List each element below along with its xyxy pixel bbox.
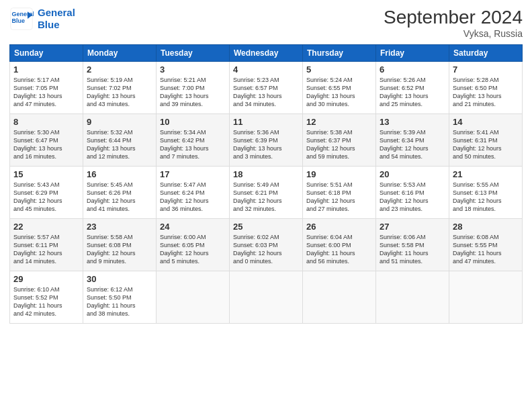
day-number: 1	[13, 64, 79, 75]
day-info: Sunrise: 5:55 AM Sunset: 6:13 PM Dayligh…	[453, 181, 519, 214]
calendar-day: 21Sunrise: 5:55 AM Sunset: 6:13 PM Dayli…	[449, 167, 523, 219]
calendar-day: 11Sunrise: 5:36 AM Sunset: 6:39 PM Dayli…	[230, 114, 303, 167]
day-info: Sunrise: 5:53 AM Sunset: 6:16 PM Dayligh…	[380, 181, 445, 214]
day-info: Sunrise: 5:26 AM Sunset: 6:52 PM Dayligh…	[380, 76, 445, 109]
day-info: Sunrise: 6:10 AM Sunset: 5:52 PM Dayligh…	[13, 285, 79, 318]
day-number: 22	[13, 222, 79, 232]
day-info: Sunrise: 5:17 AM Sunset: 7:05 PM Dayligh…	[13, 76, 79, 109]
calendar-day: 7Sunrise: 5:28 AM Sunset: 6:50 PM Daylig…	[449, 62, 523, 114]
calendar-day: 25Sunrise: 6:02 AM Sunset: 6:03 PM Dayli…	[230, 219, 303, 271]
calendar-day	[230, 271, 303, 324]
calendar-day: 2Sunrise: 5:19 AM Sunset: 7:02 PM Daylig…	[83, 62, 157, 114]
calendar-week-row: 15Sunrise: 5:43 AM Sunset: 6:29 PM Dayli…	[10, 167, 523, 219]
day-number: 8	[13, 117, 79, 127]
day-number: 3	[160, 64, 226, 75]
calendar-week-row: 8Sunrise: 5:30 AM Sunset: 6:47 PM Daylig…	[10, 114, 523, 167]
day-info: Sunrise: 5:38 AM Sunset: 6:37 PM Dayligh…	[306, 128, 372, 161]
day-number: 12	[306, 117, 372, 127]
day-info: Sunrise: 5:19 AM Sunset: 7:02 PM Dayligh…	[87, 76, 152, 109]
calendar-body: 1Sunrise: 5:17 AM Sunset: 7:05 PM Daylig…	[10, 62, 523, 324]
col-saturday: Saturday	[449, 45, 523, 62]
calendar-day: 17Sunrise: 5:47 AM Sunset: 6:24 PM Dayli…	[157, 167, 230, 219]
day-number: 11	[233, 117, 299, 127]
day-number: 14	[453, 117, 519, 127]
calendar-week-row: 22Sunrise: 5:57 AM Sunset: 6:11 PM Dayli…	[10, 219, 523, 271]
calendar-day: 20Sunrise: 5:53 AM Sunset: 6:16 PM Dayli…	[376, 167, 449, 219]
calendar-day: 22Sunrise: 5:57 AM Sunset: 6:11 PM Dayli…	[10, 219, 83, 271]
title-block: September 2024 Vyksa, Russia	[384, 7, 523, 39]
calendar-day: 4Sunrise: 5:23 AM Sunset: 6:57 PM Daylig…	[230, 62, 303, 114]
calendar-day: 28Sunrise: 6:08 AM Sunset: 5:55 PM Dayli…	[449, 219, 523, 271]
day-number: 4	[233, 64, 299, 75]
svg-text:Blue: Blue	[12, 17, 26, 24]
day-info: Sunrise: 5:23 AM Sunset: 6:57 PM Dayligh…	[233, 76, 299, 109]
day-number: 2	[87, 64, 152, 75]
header: General Blue GeneralBlue September 2024 …	[9, 7, 523, 39]
day-info: Sunrise: 5:41 AM Sunset: 6:31 PM Dayligh…	[453, 128, 519, 161]
calendar-day: 3Sunrise: 5:21 AM Sunset: 7:00 PM Daylig…	[157, 62, 230, 114]
logo-text: GeneralBlue	[38, 7, 75, 31]
calendar-day: 10Sunrise: 5:34 AM Sunset: 6:42 PM Dayli…	[157, 114, 230, 167]
day-info: Sunrise: 5:32 AM Sunset: 6:44 PM Dayligh…	[87, 128, 152, 161]
calendar-day: 24Sunrise: 6:00 AM Sunset: 6:05 PM Dayli…	[157, 219, 230, 271]
calendar-week-row: 29Sunrise: 6:10 AM Sunset: 5:52 PM Dayli…	[10, 271, 523, 324]
day-number: 5	[306, 64, 372, 75]
month-title: September 2024	[384, 7, 523, 28]
calendar-day: 23Sunrise: 5:58 AM Sunset: 6:08 PM Dayli…	[83, 219, 157, 271]
day-info: Sunrise: 5:43 AM Sunset: 6:29 PM Dayligh…	[13, 181, 79, 214]
logo: General Blue GeneralBlue	[9, 7, 75, 31]
day-number: 24	[160, 222, 226, 232]
calendar-day: 26Sunrise: 6:04 AM Sunset: 6:00 PM Dayli…	[303, 219, 376, 271]
calendar-day: 15Sunrise: 5:43 AM Sunset: 6:29 PM Dayli…	[10, 167, 83, 219]
day-info: Sunrise: 5:45 AM Sunset: 6:26 PM Dayligh…	[87, 181, 152, 214]
day-number: 16	[87, 169, 152, 179]
day-info: Sunrise: 6:02 AM Sunset: 6:03 PM Dayligh…	[233, 233, 299, 266]
day-info: Sunrise: 5:57 AM Sunset: 6:11 PM Dayligh…	[13, 233, 79, 266]
day-number: 9	[87, 117, 152, 127]
day-info: Sunrise: 5:24 AM Sunset: 6:55 PM Dayligh…	[306, 76, 372, 109]
day-info: Sunrise: 5:49 AM Sunset: 6:21 PM Dayligh…	[233, 181, 299, 214]
day-number: 7	[453, 64, 519, 75]
calendar-day: 30Sunrise: 6:12 AM Sunset: 5:50 PM Dayli…	[83, 271, 157, 324]
calendar-day: 1Sunrise: 5:17 AM Sunset: 7:05 PM Daylig…	[10, 62, 83, 114]
calendar-day: 18Sunrise: 5:49 AM Sunset: 6:21 PM Dayli…	[230, 167, 303, 219]
calendar-day: 27Sunrise: 6:06 AM Sunset: 5:58 PM Dayli…	[376, 219, 449, 271]
calendar-day: 9Sunrise: 5:32 AM Sunset: 6:44 PM Daylig…	[83, 114, 157, 167]
calendar-day	[303, 271, 376, 324]
calendar-day: 13Sunrise: 5:39 AM Sunset: 6:34 PM Dayli…	[376, 114, 449, 167]
calendar: Sunday Monday Tuesday Wednesday Thursday…	[9, 44, 523, 324]
day-info: Sunrise: 5:30 AM Sunset: 6:47 PM Dayligh…	[13, 128, 79, 161]
col-thursday: Thursday	[303, 45, 376, 62]
day-number: 15	[13, 169, 79, 179]
day-number: 30	[87, 274, 152, 284]
col-tuesday: Tuesday	[157, 45, 230, 62]
day-info: Sunrise: 5:51 AM Sunset: 6:18 PM Dayligh…	[306, 181, 372, 214]
logo-icon: General Blue	[9, 7, 34, 31]
calendar-day: 8Sunrise: 5:30 AM Sunset: 6:47 PM Daylig…	[10, 114, 83, 167]
day-number: 29	[13, 274, 79, 284]
calendar-week-row: 1Sunrise: 5:17 AM Sunset: 7:05 PM Daylig…	[10, 62, 523, 114]
day-number: 19	[306, 169, 372, 179]
day-number: 26	[306, 222, 372, 232]
calendar-day: 19Sunrise: 5:51 AM Sunset: 6:18 PM Dayli…	[303, 167, 376, 219]
calendar-day: 14Sunrise: 5:41 AM Sunset: 6:31 PM Dayli…	[449, 114, 523, 167]
day-info: Sunrise: 5:58 AM Sunset: 6:08 PM Dayligh…	[87, 233, 152, 266]
day-number: 25	[233, 222, 299, 232]
calendar-day: 16Sunrise: 5:45 AM Sunset: 6:26 PM Dayli…	[83, 167, 157, 219]
day-number: 27	[380, 222, 445, 232]
day-number: 21	[453, 169, 519, 179]
calendar-day: 12Sunrise: 5:38 AM Sunset: 6:37 PM Dayli…	[303, 114, 376, 167]
day-number: 23	[87, 222, 152, 232]
day-info: Sunrise: 5:34 AM Sunset: 6:42 PM Dayligh…	[160, 128, 226, 161]
col-sunday: Sunday	[10, 45, 83, 62]
day-info: Sunrise: 5:36 AM Sunset: 6:39 PM Dayligh…	[233, 128, 299, 161]
day-number: 28	[453, 222, 519, 232]
day-info: Sunrise: 5:39 AM Sunset: 6:34 PM Dayligh…	[380, 128, 445, 161]
day-info: Sunrise: 5:21 AM Sunset: 7:00 PM Dayligh…	[160, 76, 226, 109]
day-info: Sunrise: 6:00 AM Sunset: 6:05 PM Dayligh…	[160, 233, 226, 266]
calendar-day	[157, 271, 230, 324]
col-wednesday: Wednesday	[230, 45, 303, 62]
day-number: 18	[233, 169, 299, 179]
day-number: 20	[380, 169, 445, 179]
col-monday: Monday	[83, 45, 157, 62]
